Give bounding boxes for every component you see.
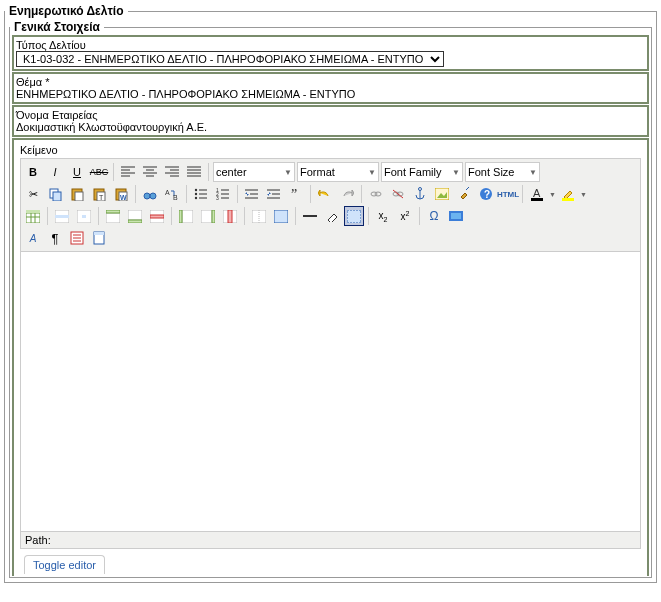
separator xyxy=(113,163,114,181)
font-family-select[interactable]: Font Family▼ xyxy=(381,162,463,182)
cleanup-button[interactable] xyxy=(454,184,474,204)
eraser-icon xyxy=(324,208,340,224)
paste-text-button[interactable]: T xyxy=(89,184,109,204)
superscript-button[interactable]: x2 xyxy=(395,206,415,226)
anchor-icon xyxy=(412,186,428,202)
redo-icon xyxy=(339,186,355,202)
bold-button[interactable]: B xyxy=(23,162,43,182)
remove-format-button[interactable] xyxy=(322,206,342,226)
toolbar-row-1: B I U ABC center▼ Format▼ Font Family▼ xyxy=(23,161,638,183)
align-center-button[interactable] xyxy=(140,162,160,182)
numbered-list-button[interactable]: 123 xyxy=(213,184,233,204)
insert-row-before-icon xyxy=(105,208,121,224)
row-before-button[interactable] xyxy=(103,206,123,226)
col-after-button[interactable] xyxy=(198,206,218,226)
align-justify-icon xyxy=(186,164,202,180)
toolbar-row-3: x2 x2 Ω xyxy=(23,205,638,227)
chevron-down-icon: ▼ xyxy=(452,168,460,177)
row-after-button[interactable] xyxy=(125,206,145,226)
emotions-button[interactable] xyxy=(446,206,466,226)
image-button[interactable] xyxy=(432,184,452,204)
row-props-button[interactable] xyxy=(52,206,72,226)
delete-row-button[interactable] xyxy=(147,206,167,226)
separator xyxy=(237,185,238,203)
table-button[interactable] xyxy=(23,206,43,226)
forecolor-arrow[interactable]: ▼ xyxy=(549,191,556,198)
merge-cells-button[interactable] xyxy=(271,206,291,226)
toggle-editor-button[interactable]: Toggle editor xyxy=(24,555,105,574)
insert-col-after-icon xyxy=(200,208,216,224)
editor-body[interactable] xyxy=(20,252,641,532)
backcolor-button[interactable] xyxy=(558,184,578,204)
help-button[interactable]: ? xyxy=(476,184,496,204)
chevron-down-icon: ▼ xyxy=(368,168,376,177)
split-cell-icon xyxy=(251,208,267,224)
split-cells-button[interactable] xyxy=(249,206,269,226)
newdoc-button[interactable] xyxy=(89,228,109,248)
anchor-button[interactable] xyxy=(410,184,430,204)
paste-word-button[interactable]: W xyxy=(111,184,131,204)
article-button[interactable] xyxy=(67,228,87,248)
text-label: Κείμενο xyxy=(16,142,645,158)
guidelines-button[interactable] xyxy=(344,206,364,226)
delete-col-button[interactable] xyxy=(220,206,240,226)
link-button[interactable] xyxy=(366,184,386,204)
hr-button[interactable] xyxy=(300,206,320,226)
undo-button[interactable] xyxy=(315,184,335,204)
type-select[interactable]: Κ1-03-032 - ΕΝΗΜΕΡΩΤΙΚΟ ΔΕΛΤΙΟ - ΠΛΗΡΟΦΟ… xyxy=(16,51,444,67)
subscript-button[interactable]: x2 xyxy=(373,206,393,226)
svg-rect-85 xyxy=(179,210,182,223)
indent-button[interactable] xyxy=(264,184,284,204)
paste-button[interactable] xyxy=(67,184,87,204)
svg-rect-73 xyxy=(26,210,40,213)
find-button[interactable] xyxy=(140,184,160,204)
bullet-list-button[interactable] xyxy=(191,184,211,204)
hr-icon xyxy=(302,208,318,224)
underline-button[interactable]: U xyxy=(67,162,87,182)
charmap-button[interactable]: Ω xyxy=(424,206,444,226)
svg-rect-87 xyxy=(212,210,215,223)
company-label: Όνομα Εταιρείας xyxy=(16,109,645,121)
col-before-button[interactable] xyxy=(176,206,196,226)
blockquote-button[interactable]: ” xyxy=(286,184,306,204)
format-select[interactable]: Format▼ xyxy=(297,162,379,182)
paragraph-button[interactable]: ¶ xyxy=(45,228,65,248)
forecolor-button[interactable]: A xyxy=(527,184,547,204)
italic-button[interactable]: I xyxy=(45,162,65,182)
strikethrough-button[interactable]: ABC xyxy=(89,162,109,182)
indent-icon xyxy=(266,186,282,202)
outdent-button[interactable] xyxy=(242,184,262,204)
direction-button[interactable]: A xyxy=(23,228,43,248)
copy-icon xyxy=(47,186,63,202)
cut-button[interactable]: ✂ xyxy=(23,184,43,204)
outer-fieldset: Ενημερωτικό Δελτίο Γενικά Στοιχεία Τύπος… xyxy=(4,4,657,583)
separator xyxy=(47,207,48,225)
align-select[interactable]: center▼ xyxy=(213,162,295,182)
copy-button[interactable] xyxy=(45,184,65,204)
cell-props-button[interactable] xyxy=(74,206,94,226)
align-right-button[interactable] xyxy=(162,162,182,182)
font-size-select[interactable]: Font Size▼ xyxy=(465,162,540,182)
svg-marker-94 xyxy=(328,214,337,222)
align-justify-button[interactable] xyxy=(184,162,204,182)
redo-button[interactable] xyxy=(337,184,357,204)
align-left-icon xyxy=(120,164,136,180)
svg-point-30 xyxy=(195,189,197,191)
html-button[interactable]: HTML xyxy=(498,184,518,204)
text-row: Κείμενο B I U ABC cent xyxy=(12,138,649,576)
replace-button[interactable]: AB xyxy=(162,184,182,204)
svg-marker-47 xyxy=(267,192,271,196)
svg-point-26 xyxy=(144,193,150,199)
backcolor-arrow[interactable]: ▼ xyxy=(580,191,587,198)
svg-text:T: T xyxy=(99,194,104,201)
insert-col-before-icon xyxy=(178,208,194,224)
toolbar-row-4: A ¶ xyxy=(23,227,638,249)
separator xyxy=(361,185,362,203)
svg-text:A: A xyxy=(165,189,170,196)
unlink-button[interactable] xyxy=(388,184,408,204)
outer-legend: Ενημερωτικό Δελτίο xyxy=(5,4,128,18)
path-label: Path: xyxy=(25,534,51,546)
svg-text:”: ” xyxy=(291,188,297,200)
align-left-button[interactable] xyxy=(118,162,138,182)
inner-fieldset: Γενικά Στοιχεία Τύπος Δελτίου Κ1-03-032 … xyxy=(9,20,652,578)
